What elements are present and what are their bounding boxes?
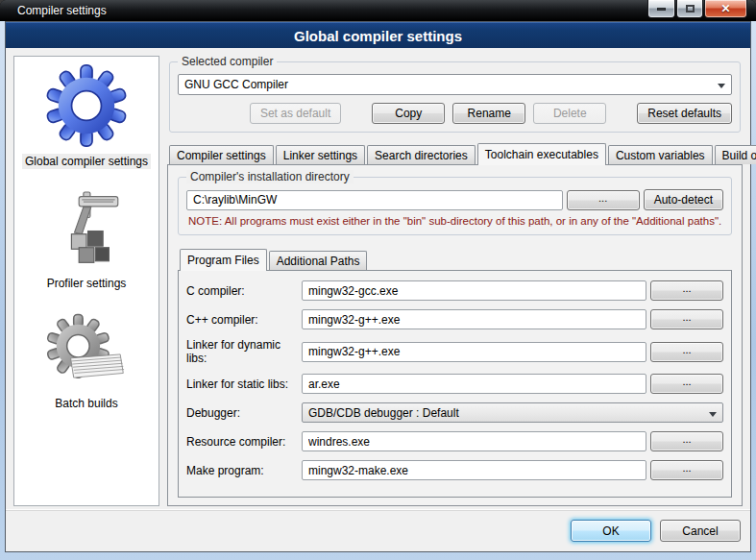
blue-gear-icon xyxy=(45,64,128,150)
sidebar-item-label: Profiler settings xyxy=(44,276,130,291)
tab-custom-variables[interactable]: Custom variables xyxy=(608,145,713,164)
c-compiler-input[interactable] xyxy=(302,280,646,301)
dynamic-linker-input[interactable] xyxy=(302,342,646,362)
installation-directory-group-label: Compiler's installation directory xyxy=(186,170,354,183)
static-linker-label: Linker for static libs: xyxy=(186,377,302,391)
make-program-row: Make program: ... xyxy=(186,460,723,480)
make-program-browse-button[interactable]: ... xyxy=(650,460,723,480)
dialog-content: Global compiler settings xyxy=(5,21,751,552)
static-linker-input[interactable] xyxy=(302,374,646,394)
static-linker-browse-button[interactable]: ... xyxy=(650,374,723,394)
chevron-down-icon xyxy=(718,84,725,88)
minimize-button[interactable] xyxy=(647,0,675,18)
dynamic-linker-label: Linker for dynamic libs: xyxy=(186,338,302,365)
compiler-settings-dialog: Compiler settings ✕ Global compiler sett… xyxy=(0,0,756,560)
close-icon: ✕ xyxy=(720,3,730,14)
reset-defaults-button[interactable]: Reset defaults xyxy=(637,103,732,124)
window-title: Compiler settings xyxy=(17,4,107,17)
tab-compiler-settings[interactable]: Compiler settings xyxy=(169,145,274,164)
c-compiler-browse-button[interactable]: ... xyxy=(650,280,723,301)
compiler-select-value: GNU GCC Compiler xyxy=(184,78,288,91)
dynamic-linker-browse-button[interactable]: ... xyxy=(650,342,723,362)
make-program-input[interactable] xyxy=(302,460,646,480)
ok-button[interactable]: OK xyxy=(571,520,651,542)
chevron-down-icon xyxy=(709,412,717,417)
set-as-default-button[interactable]: Set as default xyxy=(250,103,341,124)
rename-button[interactable]: Rename xyxy=(452,103,525,124)
debugger-select[interactable]: GDB/CDB debugger : Default xyxy=(302,402,723,423)
c-compiler-label: C compiler: xyxy=(186,284,302,298)
cpp-compiler-input[interactable] xyxy=(302,309,646,329)
c-compiler-row: C compiler: ... xyxy=(186,280,723,301)
resource-compiler-label: Resource compiler: xyxy=(186,435,302,449)
restore-button[interactable] xyxy=(676,0,703,18)
installation-directory-group: Compiler's installation directory ... Au… xyxy=(178,177,732,235)
delete-button[interactable]: Delete xyxy=(533,103,606,124)
tab-build-options[interactable]: Build options xyxy=(715,145,756,164)
gray-gear-icon xyxy=(45,312,128,392)
tab-search-directories[interactable]: Search directories xyxy=(367,145,476,164)
resource-compiler-browse-button[interactable]: ... xyxy=(650,431,723,451)
settings-tab-bar: Compiler settings Linker settings Search… xyxy=(167,142,743,164)
auto-detect-button[interactable]: Auto-detect xyxy=(644,189,723,210)
toolchain-executables-panel: Compiler's installation directory ... Au… xyxy=(167,164,743,506)
cpp-compiler-label: C++ compiler: xyxy=(186,313,302,327)
minimize-icon xyxy=(657,8,666,11)
cpp-compiler-row: C++ compiler: ... xyxy=(186,309,723,329)
bin-subdirectory-note: NOTE: All programs must exist either in … xyxy=(188,215,721,227)
program-files-panel: C compiler: ... C++ compiler: ... Linker… xyxy=(178,270,732,498)
tab-linker-settings[interactable]: Linker settings xyxy=(276,145,365,164)
page-title: Global compiler settings xyxy=(6,22,750,48)
browse-directory-button[interactable]: ... xyxy=(567,190,640,210)
selected-compiler-group-label: Selected compiler xyxy=(178,55,277,68)
resource-compiler-input[interactable] xyxy=(302,431,646,451)
debugger-row: Debugger: GDB/CDB debugger : Default xyxy=(186,402,723,423)
make-program-label: Make program: xyxy=(186,464,302,477)
caliper-icon xyxy=(49,190,124,272)
installation-directory-input[interactable] xyxy=(186,190,563,210)
settings-sidebar: Global compiler settings xyxy=(13,56,159,506)
debugger-select-value: GDB/CDB debugger : Default xyxy=(308,406,459,420)
dialog-footer: OK Cancel xyxy=(6,510,750,551)
title-bar[interactable]: Compiler settings xyxy=(0,0,756,21)
close-button[interactable]: ✕ xyxy=(704,0,747,18)
sidebar-item-label: Global compiler settings xyxy=(22,154,151,169)
dynamic-linker-row: Linker for dynamic libs: ... xyxy=(186,338,723,365)
sidebar-item-global-compiler-settings[interactable]: Global compiler settings xyxy=(14,64,159,169)
compiler-select[interactable]: GNU GCC Compiler xyxy=(178,74,732,95)
restore-icon xyxy=(686,5,695,12)
program-files-tab-bar: Program Files Additional Paths xyxy=(178,249,732,270)
sidebar-item-label: Batch builds xyxy=(52,396,120,411)
selected-compiler-group: Selected compiler GNU GCC Compiler Set a… xyxy=(169,61,741,133)
tab-program-files[interactable]: Program Files xyxy=(180,249,267,271)
sidebar-item-profiler-settings[interactable]: Profiler settings xyxy=(14,190,159,291)
static-linker-row: Linker for static libs: ... xyxy=(186,374,723,394)
tab-toolchain-executables[interactable]: Toolchain executables xyxy=(477,143,606,165)
sidebar-item-batch-builds[interactable]: Batch builds xyxy=(14,312,159,411)
debugger-label: Debugger: xyxy=(186,406,302,420)
copy-button[interactable]: Copy xyxy=(372,103,445,124)
resource-compiler-row: Resource compiler: ... xyxy=(186,431,723,451)
tab-additional-paths[interactable]: Additional Paths xyxy=(269,251,368,270)
cancel-button[interactable]: Cancel xyxy=(660,520,741,542)
cpp-compiler-browse-button[interactable]: ... xyxy=(650,309,723,329)
